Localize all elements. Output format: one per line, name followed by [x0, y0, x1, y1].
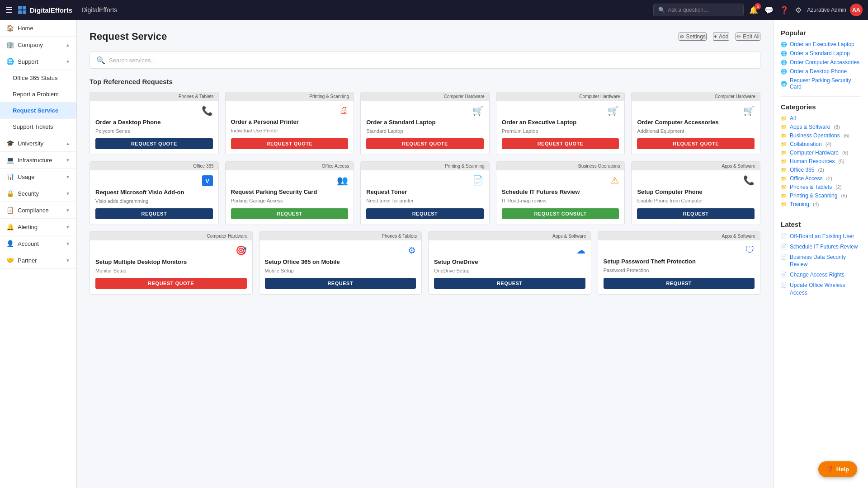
card-icon: 📞: [637, 175, 755, 186]
sidebar-item-infrastructure[interactable]: 💻 Infrastructure ▼: [0, 152, 76, 169]
category-item[interactable]: 📁Office Access(2): [781, 175, 861, 182]
edit-all-button[interactable]: ✏ Edit All: [736, 33, 760, 41]
card-subtitle: Individual Use Printer: [231, 128, 349, 134]
card-body: V Request Microsoft Visio Add-on Visio a…: [90, 170, 218, 225]
card-body: 📞 Order a Desktop Phone Polycom Series R…: [90, 101, 218, 155]
popular-link[interactable]: 🌐Order a Desktop Phone: [781, 68, 861, 75]
card-request-button[interactable]: REQUEST: [604, 278, 755, 289]
sidebar-item-usage[interactable]: 📊 Usage ▼: [0, 169, 76, 185]
card-request-button[interactable]: REQUEST QUOTE: [637, 138, 755, 149]
main-content: Request Service ⚙ Settings + Add ✏ Edit …: [77, 20, 773, 488]
card-category: Printing & Scanning: [226, 92, 354, 101]
card-request-button[interactable]: REQUEST CONSULT: [502, 208, 619, 219]
app-logo[interactable]: DigitalEfforts: [18, 6, 72, 14]
latest-item[interactable]: 📄Off-Board an Existing User: [781, 233, 861, 240]
popular-links: 🌐Order an Executive Laptop🌐Order a Stand…: [781, 41, 861, 90]
service-card: Computer Hardware 🛒 Order an Executive L…: [496, 92, 625, 155]
card-subtitle: IT Road-map review: [502, 198, 619, 204]
category-item[interactable]: 📁Training(4): [781, 201, 861, 207]
globe-icon: 🌐: [781, 60, 787, 66]
popular-link[interactable]: 🌐Order an Executive Laptop: [781, 41, 861, 47]
category-item[interactable]: 📁Human Resources(5): [781, 158, 861, 164]
add-button[interactable]: + Add: [713, 33, 729, 41]
notification-bell[interactable]: 🔔 5: [749, 6, 758, 14]
popular-link[interactable]: 🌐Order a Standard Laptop: [781, 50, 861, 56]
service-search-bar[interactable]: 🔍: [90, 52, 760, 69]
user-menu[interactable]: Azurative Admin AA: [807, 4, 863, 16]
card-request-button[interactable]: REQUEST: [265, 278, 416, 289]
sidebar-item-request[interactable]: Request Service: [0, 103, 76, 119]
chevron-down4-icon: ▼: [66, 191, 70, 196]
service-card: Computer Hardware 🛒 Order a Standard Lap…: [360, 92, 490, 155]
latest-item[interactable]: 📄Schedule IT Futures Review: [781, 243, 861, 251]
sidebar-item-university[interactable]: 🎓 University ▲: [0, 135, 76, 152]
sidebar-item-tickets[interactable]: Support Tickets: [0, 119, 76, 135]
topnav-search[interactable]: 🔍: [653, 4, 744, 16]
sidebar-item-support[interactable]: 🌐 Support ▼: [0, 53, 76, 70]
help-icon[interactable]: ❓: [780, 6, 789, 14]
latest-item[interactable]: 📄Update Office Wireless Access: [781, 282, 861, 297]
popular-link[interactable]: 🌐Request Parking Security Card: [781, 77, 861, 90]
alerting-icon: 🔔: [6, 223, 14, 230]
category-item[interactable]: 📁Business Operations(6): [781, 132, 861, 139]
sidebar-item-alerting[interactable]: 🔔 Alerting ▼: [0, 219, 76, 235]
sidebar-item-report[interactable]: Report a Problem: [0, 86, 76, 103]
card-request-button[interactable]: REQUEST QUOTE: [95, 138, 213, 149]
category-item[interactable]: 📁Collaboration(4): [781, 141, 861, 147]
card-icon: 🛒: [366, 105, 484, 116]
folder-icon: 📁: [781, 133, 787, 139]
category-item[interactable]: 📁Computer Hardware(6): [781, 150, 861, 156]
folder-icon: 📁: [781, 159, 787, 164]
edit-icon: ✏: [736, 33, 741, 40]
card-subtitle: Parking Garage Access: [231, 198, 349, 204]
popular-title: Popular: [781, 29, 861, 37]
card-request-button[interactable]: REQUEST: [231, 208, 349, 219]
settings-icon[interactable]: ⚙: [795, 6, 802, 14]
popular-link[interactable]: 🌐Order Computer Accessories: [781, 59, 861, 66]
card-request-button[interactable]: REQUEST QUOTE: [95, 278, 247, 289]
latest-item[interactable]: 📄Business Data Security Review: [781, 253, 861, 269]
category-item[interactable]: 📁Phones & Tablets(2): [781, 184, 861, 190]
search-bar-icon: 🔍: [96, 56, 105, 65]
doc-icon: 📄: [781, 271, 787, 278]
card-request-button[interactable]: REQUEST QUOTE: [502, 138, 619, 149]
service-search-input[interactable]: [109, 57, 754, 64]
card-request-button[interactable]: REQUEST: [637, 208, 755, 219]
service-card: Business Operations ⚠ Schedule IT Future…: [496, 161, 625, 225]
category-list: 📁All📁Apps & Software(8)📁Business Operati…: [781, 115, 861, 207]
app-logo-text: DigitalEfforts: [30, 6, 72, 14]
sidebar-item-account[interactable]: 👤 Account ▼: [0, 235, 76, 252]
category-item[interactable]: 📁Apps & Software(8): [781, 124, 861, 130]
category-item[interactable]: 📁Office 365(2): [781, 167, 861, 173]
category-item[interactable]: 📁Printing & Scanning(5): [781, 192, 861, 199]
card-request-button[interactable]: REQUEST QUOTE: [231, 138, 349, 149]
help-button[interactable]: ❓ Help: [818, 461, 857, 477]
sidebar-item-home[interactable]: 🏠 Home: [0, 20, 76, 37]
right-panel: Popular 🌐Order an Executive Laptop🌐Order…: [773, 20, 868, 488]
topnav-search-input[interactable]: [668, 7, 736, 13]
card-request-button[interactable]: REQUEST QUOTE: [366, 138, 484, 149]
sidebar-label-security: Security: [18, 190, 39, 197]
sidebar-label-request: Request Service: [13, 107, 58, 114]
sidebar-item-compliance[interactable]: 📋 Compliance ▼: [0, 202, 76, 219]
hamburger-icon[interactable]: ☰: [5, 5, 13, 15]
card-request-button[interactable]: REQUEST: [366, 208, 484, 219]
card-category: Business Operations: [496, 162, 625, 170]
usage-icon: 📊: [6, 173, 14, 180]
sidebar-item-office365[interactable]: Office 365 Status: [0, 70, 76, 86]
category-item[interactable]: 📁All: [781, 115, 861, 122]
sidebar-item-security[interactable]: 🔒 Security ▼: [0, 185, 76, 202]
sidebar-item-partner[interactable]: 🤝 Partner ▼: [0, 252, 76, 269]
card-category: Printing & Scanning: [361, 162, 489, 170]
sidebar-label-home: Home: [18, 25, 33, 32]
card-request-button[interactable]: REQUEST: [434, 278, 585, 289]
latest-item[interactable]: 📄Change Access Rights: [781, 271, 861, 279]
doc-icon: 📄: [781, 253, 787, 260]
card-body: 🛒 Order a Standard Laptop Standard Lapto…: [361, 101, 489, 155]
folder-icon: 📁: [781, 141, 787, 147]
sidebar-item-company[interactable]: 🏢 Company ▲: [0, 37, 76, 53]
settings-button[interactable]: ⚙ Settings: [679, 33, 707, 41]
card-request-button[interactable]: REQUEST: [95, 208, 213, 219]
chat-icon[interactable]: 💬: [764, 6, 774, 14]
sidebar-label-usage: Usage: [18, 174, 35, 180]
